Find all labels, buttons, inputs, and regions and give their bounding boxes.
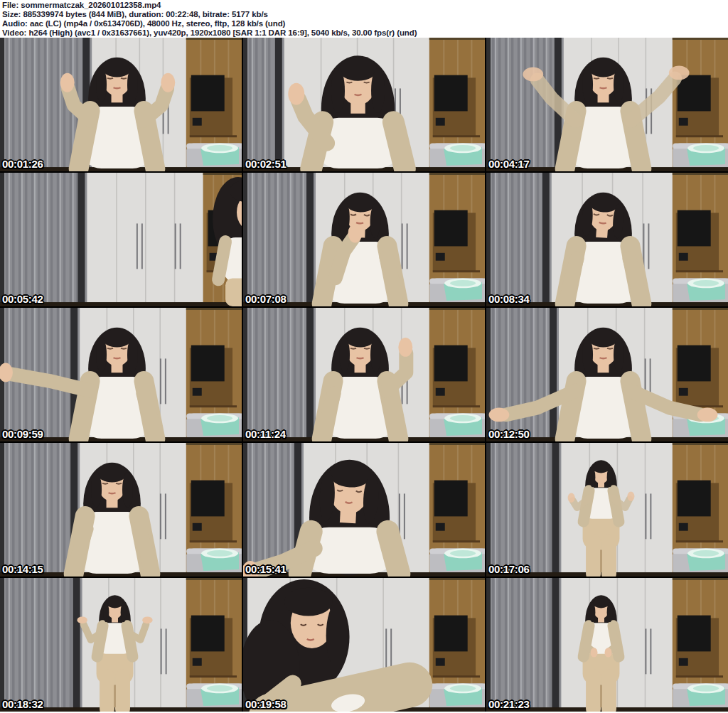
video-line: Video: h264 (High) (avc1 / 0x31637661), …: [2, 28, 726, 38]
thumbnail-image: [243, 578, 485, 712]
thumbnail-image: [0, 38, 242, 171]
video-thumbnail: 00:11:24: [243, 308, 485, 441]
thumbnail-image: [0, 308, 242, 441]
size-line: Size: 885339974 bytes (844 MiB), duratio…: [2, 10, 726, 19]
timestamp-label: 00:05:42: [2, 293, 43, 305]
timestamp-label: 00:12:50: [488, 428, 530, 440]
thumbnail-image: [486, 443, 728, 577]
thumbnail-image: [486, 308, 728, 441]
thumbnail-grid: 00:01:26 00:02:51 00:04:17 00:05:42 00:0…: [0, 38, 728, 712]
thumbnail-image: [0, 173, 242, 306]
timestamp-label: 00:09:59: [2, 428, 43, 440]
video-thumbnail: 00:15:41: [243, 443, 485, 577]
thumbnail-image: [486, 38, 728, 171]
timestamp-label: 00:21:23: [488, 698, 530, 710]
thumbnail-image: [243, 443, 485, 577]
video-thumbnail: 00:14:15: [0, 443, 242, 577]
timestamp-label: 00:19:58: [245, 698, 287, 710]
thumbnail-image: [243, 38, 485, 171]
timestamp-label: 00:17:06: [488, 563, 530, 575]
video-thumbnail: 00:09:59: [0, 308, 242, 441]
thumbnail-image: [243, 308, 485, 441]
timestamp-label: 00:18:32: [2, 698, 43, 710]
video-thumbnail: 00:12:50: [486, 308, 728, 441]
timestamp-label: 00:01:26: [2, 158, 43, 170]
file-line: File: sommermatczak_202601012358.mp4: [2, 1, 726, 10]
video-thumbnail: 00:01:26: [0, 38, 242, 171]
timestamp-label: 00:04:17: [488, 158, 530, 170]
video-thumbnail: 00:19:58: [243, 578, 485, 712]
timestamp-label: 00:07:08: [245, 293, 287, 305]
audio-line: Audio: aac (LC) (mp4a / 0x6134706D), 480…: [2, 19, 726, 28]
video-thumbnail: 00:08:34: [486, 173, 728, 306]
timestamp-label: 00:08:34: [488, 293, 530, 305]
thumbnail-image: [0, 443, 242, 577]
video-thumbnail: 00:02:51: [243, 38, 485, 171]
thumbnail-image: [243, 173, 485, 306]
video-thumbnail: 00:04:17: [486, 38, 728, 171]
contact-sheet: File: sommermatczak_202601012358.mp4 Siz…: [0, 0, 728, 713]
video-thumbnail: 00:18:32: [0, 578, 242, 712]
thumbnail-image: [486, 578, 728, 712]
timestamp-label: 00:15:41: [245, 563, 287, 575]
timestamp-label: 00:14:15: [2, 563, 43, 575]
video-thumbnail: 00:21:23: [486, 578, 728, 712]
video-thumbnail: 00:17:06: [486, 443, 728, 577]
file-info-header: File: sommermatczak_202601012358.mp4 Siz…: [0, 0, 728, 38]
timestamp-label: 00:11:24: [245, 428, 286, 440]
thumbnail-image: [486, 173, 728, 306]
video-thumbnail: 00:07:08: [243, 173, 485, 306]
video-thumbnail: 00:05:42: [0, 173, 242, 306]
thumbnail-image: [0, 578, 242, 712]
timestamp-label: 00:02:51: [245, 158, 287, 170]
